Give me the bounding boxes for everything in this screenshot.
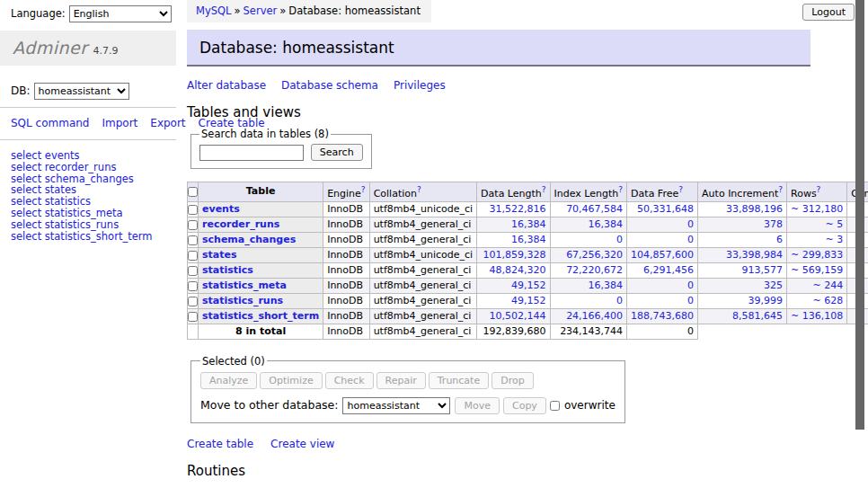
cell-data-length: 49,152 (477, 293, 550, 308)
sidebar-action-import[interactable]: Import (102, 117, 137, 129)
cell-auto-increment: 325 (698, 278, 787, 293)
help-link[interactable]: ? (417, 185, 421, 194)
search-button[interactable]: Search (311, 144, 363, 161)
logout-button[interactable]: Logout (802, 4, 855, 21)
selected-legend: Selected (0) (200, 355, 267, 368)
sidebar-item-statistics_meta[interactable]: select statistics_meta (11, 208, 176, 219)
row-checkbox-schema_changes[interactable] (188, 235, 198, 245)
repair-button[interactable]: Repair (376, 372, 426, 389)
table-link-states[interactable]: states (202, 249, 237, 261)
vertical-scrollbar-thumb[interactable] (855, 0, 864, 430)
db-select[interactable]: homeassistant (34, 83, 129, 100)
create-table-link[interactable]: Create table (187, 438, 253, 450)
cell-collation: utf8mb4_general_ci (369, 293, 476, 308)
row-checkbox-statistics_meta[interactable] (188, 281, 198, 291)
database-schema-link[interactable]: Database schema (281, 79, 378, 92)
search-input[interactable] (199, 145, 304, 161)
cell-rows: ~ 628 (787, 293, 847, 308)
alter-database-link[interactable]: Alter database (187, 79, 266, 92)
help-link[interactable]: ? (618, 185, 623, 194)
help-link[interactable]: ? (817, 185, 821, 194)
sidebar-item-statistics_short_term[interactable]: select statistics_short_term (11, 231, 176, 243)
overwrite-label: overwrite (564, 399, 616, 412)
adminer-logo: Adminer (13, 38, 88, 58)
optimize-button[interactable]: Optimize (260, 372, 322, 389)
cell-engine: InnoDB (323, 293, 369, 308)
table-link-statistics_runs[interactable]: statistics_runs (202, 295, 283, 306)
cell-auto-increment: 6 (698, 232, 787, 247)
drop-button[interactable]: Drop (492, 372, 533, 389)
cell-data-length: 49,152 (477, 278, 550, 293)
breadcrumb-separator: » (279, 4, 286, 17)
cell-index-length: 0 (550, 293, 627, 308)
totals-label: 8 in total (199, 324, 323, 339)
sidebar-item-events[interactable]: select events (11, 150, 176, 162)
totals-data-length: 192,839,680 (477, 324, 550, 339)
sidebar-item-statistics_runs[interactable]: select statistics_runs (11, 219, 176, 231)
sidebar: Language:English Adminer4.7.9 DB:homeass… (0, 0, 176, 242)
cell-collation: utf8mb4_general_ci (369, 262, 476, 278)
copy-button[interactable]: Copy (503, 397, 546, 414)
analyze-button[interactable]: Analyze (200, 372, 257, 389)
table-row: eventsInnoDButf8mb4_unicode_ci31,522,816… (188, 201, 868, 217)
column-header-engine: Engine? (323, 182, 369, 202)
privileges-link[interactable]: Privileges (394, 79, 446, 92)
select-all-checkbox[interactable] (188, 187, 198, 197)
help-link[interactable]: ? (542, 185, 546, 194)
table-link-statistics_meta[interactable]: statistics_meta (202, 279, 287, 291)
cell-data-length: 48,824,320 (477, 262, 550, 278)
table-link-statistics[interactable]: statistics (202, 264, 253, 276)
cell-table-name: recorder_runs (199, 217, 323, 232)
cell-engine: InnoDB (323, 217, 369, 232)
cell-auto-increment: 33,398,984 (698, 247, 787, 262)
cell-index-length: 70,467,584 (550, 201, 627, 217)
row-checkbox-statistics_short_term[interactable] (188, 312, 198, 322)
cell-data-free: 0 (627, 232, 698, 247)
column-header-table: Table (199, 182, 323, 202)
row-checkbox-statistics_runs[interactable] (188, 297, 198, 306)
help-link[interactable]: ? (778, 185, 783, 194)
create-view-link[interactable]: Create view (270, 438, 334, 450)
table-link-schema_changes[interactable]: schema_changes (202, 234, 296, 245)
totals-engine: InnoDB (323, 324, 369, 339)
help-link[interactable]: ? (678, 185, 683, 194)
move-button[interactable]: Move (455, 397, 500, 414)
move-db-select[interactable]: homeassistant (342, 397, 450, 414)
cell-collation: utf8mb4_unicode_ci (369, 201, 476, 217)
table-link-statistics_short_term[interactable]: statistics_short_term (202, 310, 319, 322)
row-checkbox-statistics[interactable] (188, 266, 198, 276)
cell-data-length: 10,502,144 (477, 308, 550, 324)
cell-collation: utf8mb4_general_ci (369, 308, 476, 324)
cell-engine: InnoDB (323, 308, 369, 324)
cell-data-length: 16,384 (477, 232, 550, 247)
create-links: Create tableCreate view (187, 438, 810, 450)
row-checkbox-events[interactable] (188, 205, 198, 215)
table-row: statistics_metaInnoDButf8mb4_general_ci4… (188, 278, 868, 293)
sidebar-action-sql-command[interactable]: SQL command (11, 117, 89, 129)
row-checkbox-states[interactable] (188, 251, 198, 261)
column-header-collation: Collation? (369, 182, 476, 202)
check-button[interactable]: Check (325, 372, 374, 389)
move-row: Move to other database:homeassistantMove… (200, 397, 616, 414)
help-link[interactable]: ? (361, 185, 366, 194)
row-checkbox-recorder_runs[interactable] (188, 220, 198, 230)
language-select[interactable]: English (69, 5, 172, 22)
breadcrumb-item[interactable]: Server (244, 4, 278, 17)
truncate-button[interactable]: Truncate (429, 372, 489, 389)
table-link-recorder_runs[interactable]: recorder_runs (202, 218, 279, 230)
sidebar-action-export[interactable]: Export (150, 117, 185, 129)
sidebar-item-recorder_runs[interactable]: select recorder_runs (11, 162, 176, 173)
overwrite-checkbox[interactable] (550, 401, 560, 411)
table-link-events[interactable]: events (202, 203, 240, 215)
cell-table-name: statistics_runs (199, 293, 323, 308)
breadcrumb-item[interactable]: MySQL (196, 4, 232, 17)
brand-band: Adminer4.7.9 (0, 31, 176, 66)
cell-data-length: 16,384 (477, 217, 550, 232)
cell-engine: InnoDB (323, 232, 369, 247)
cell-rows: ~ 3 (787, 232, 847, 247)
cell-index-length: 24,166,400 (550, 308, 627, 324)
cell-auto-increment: 33,898,196 (698, 201, 787, 217)
cell-rows: ~ 5 (787, 217, 847, 232)
table-row: statisticsInnoDButf8mb4_general_ci48,824… (188, 262, 868, 278)
totals-index-length: 234,143,744 (550, 324, 627, 339)
